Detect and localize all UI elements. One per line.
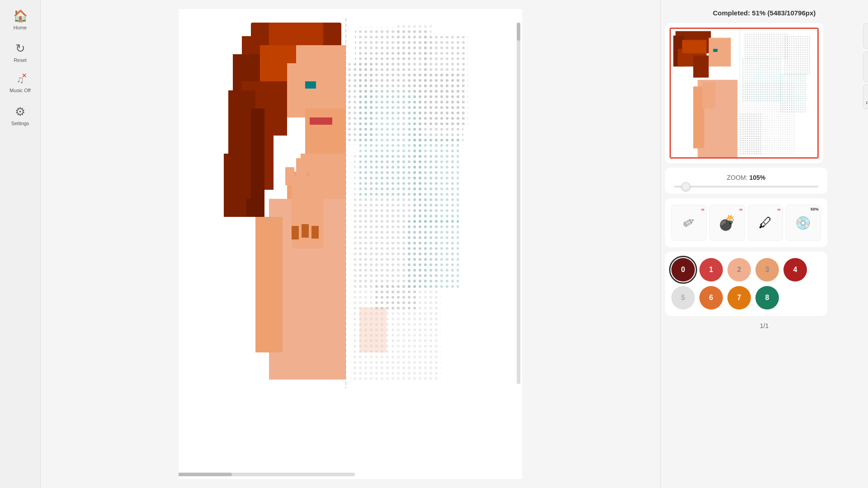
- fit-label: Fit to Screen: [866, 101, 868, 106]
- svg-rect-15: [305, 81, 316, 89]
- horizontal-scrollbar[interactable]: [179, 473, 355, 476]
- pixel-art-canvas: [179, 18, 513, 389]
- svg-rect-29: [233, 108, 251, 199]
- right-panel: Completed: 51% (5483/10796px): [660, 0, 868, 488]
- zoom-slider[interactable]: [674, 186, 818, 188]
- preview-image-container: [670, 28, 819, 159]
- tools-row: ✏ ∞ 💣 ∞ 🖊 ∞ 💿 50%: [671, 205, 821, 241]
- pencil-icon: ✏: [679, 212, 698, 233]
- pagination: 1/1: [665, 320, 863, 331]
- pagination-text: 1/1: [760, 322, 769, 329]
- svg-rect-16: [310, 117, 332, 125]
- sidebar-item-settings-label: Settings: [11, 121, 29, 127]
- bomb-badge: ∞: [739, 207, 742, 212]
- zoom-text: ZOOM:: [727, 174, 748, 181]
- svg-rect-44: [414, 136, 459, 226]
- fill-badge: ∞: [778, 207, 781, 212]
- color-btn-7[interactable]: 7: [727, 286, 751, 310]
- music-x-icon: ✕: [22, 72, 27, 79]
- bomb-icon: 💣: [718, 214, 736, 231]
- svg-rect-41: [359, 307, 387, 352]
- completion-text: Completed: 51% (5483/10796px): [713, 9, 816, 17]
- color-btn-4[interactable]: 4: [783, 258, 807, 282]
- special-tool-card[interactable]: 💿 50%: [786, 205, 821, 241]
- svg-rect-57: [702, 82, 715, 109]
- color-btn-8[interactable]: 8: [755, 286, 779, 310]
- sidebar-item-reset-label: Reset: [14, 57, 27, 63]
- color-btn-2[interactable]: 2: [727, 258, 751, 282]
- tools-section: ✏ ∞ 💣 ∞ 🖊 ∞ 💿 50%: [665, 198, 827, 247]
- zoom-section: ZOOM: 105%: [665, 168, 827, 194]
- svg-rect-43: [359, 90, 423, 199]
- colors-section: 0 1 2 3 4 5 6 7 8: [665, 252, 827, 316]
- lock-nav-button[interactable]: 🔒 Lock Navigation: [863, 52, 868, 82]
- completion-header: Completed: 51% (5483/10796px): [665, 5, 863, 19]
- zoom-slider-container: [674, 186, 818, 188]
- pencil-badge: ∞: [701, 207, 704, 212]
- horizontal-scrollbar-thumb[interactable]: [179, 473, 232, 476]
- zoom-value: 105%: [749, 174, 765, 181]
- color-btn-6[interactable]: 6: [699, 286, 723, 310]
- sidebar-item-music-label: Music Off: [9, 88, 30, 94]
- zoom-slider-thumb[interactable]: [681, 182, 690, 191]
- sidebar-item-home[interactable]: 🏠 Home: [2, 5, 38, 35]
- lock-label: Lock Navigation: [865, 68, 868, 78]
- svg-rect-22: [296, 158, 307, 185]
- preview-tools-row: ✛ Move 🔒 Lock Navigation ⊡ Fit to Screen: [665, 23, 863, 163]
- svg-rect-27: [311, 226, 319, 239]
- sidebar-item-music[interactable]: ♫ ✕ Music Off: [2, 70, 38, 98]
- svg-rect-61: [744, 33, 788, 59]
- fill-tool-card[interactable]: 🖊 ∞: [748, 205, 783, 241]
- vertical-scrollbar-thumb[interactable]: [517, 23, 520, 41]
- svg-rect-66: [740, 113, 762, 155]
- preview-art: [671, 29, 817, 157]
- svg-rect-23: [310, 163, 319, 185]
- sidebar-item-reset[interactable]: ↻ Reset: [2, 37, 38, 68]
- pencil-tool-card[interactable]: ✏ ∞: [671, 205, 707, 241]
- svg-rect-51: [682, 40, 707, 53]
- canvas-container[interactable]: [179, 9, 522, 479]
- special-icon: 💿: [795, 216, 811, 230]
- special-badge: 50%: [811, 207, 819, 211]
- home-icon: 🏠: [13, 9, 28, 23]
- sidebar: 🏠 Home ↻ Reset ♫ ✕ Music Off ⚙ Settings: [0, 0, 41, 488]
- svg-rect-20: [255, 217, 283, 352]
- color-btn-5[interactable]: 5: [671, 286, 695, 310]
- svg-rect-52: [709, 38, 731, 67]
- svg-rect-53: [713, 49, 717, 52]
- main-canvas-area: [41, 0, 660, 488]
- colors-grid: 0 1 2 3 4 5 6 7 8: [671, 258, 821, 310]
- music-icon: ♫ ✕: [16, 74, 24, 86]
- color-btn-1[interactable]: 1: [699, 258, 723, 282]
- move-tool-button[interactable]: ✛ Move: [863, 23, 868, 49]
- svg-rect-12: [287, 63, 305, 117]
- right-tool-buttons: ✛ Move 🔒 Lock Navigation ⊡ Fit to Screen: [863, 23, 868, 109]
- preview-box: [665, 23, 823, 163]
- svg-rect-62: [784, 36, 811, 75]
- zoom-label: ZOOM: 105%: [674, 174, 818, 181]
- svg-rect-26: [302, 224, 309, 238]
- color-btn-0[interactable]: 0: [671, 258, 695, 282]
- sidebar-item-home-label: Home: [14, 25, 27, 31]
- color-btn-3[interactable]: 3: [755, 258, 779, 282]
- vertical-scrollbar[interactable]: [517, 23, 520, 384]
- bomb-tool-card[interactable]: 💣 ∞: [709, 205, 745, 241]
- svg-rect-25: [292, 226, 299, 239]
- svg-rect-54: [693, 56, 708, 78]
- fill-icon: 🖊: [759, 215, 772, 230]
- sidebar-item-settings[interactable]: ⚙ Settings: [2, 100, 38, 131]
- svg-rect-24: [285, 167, 294, 185]
- svg-rect-45: [405, 217, 459, 289]
- fit-screen-button[interactable]: ⊡ Fit to Screen: [863, 84, 868, 110]
- settings-icon: ⚙: [15, 105, 25, 119]
- reset-icon: ↻: [15, 42, 25, 56]
